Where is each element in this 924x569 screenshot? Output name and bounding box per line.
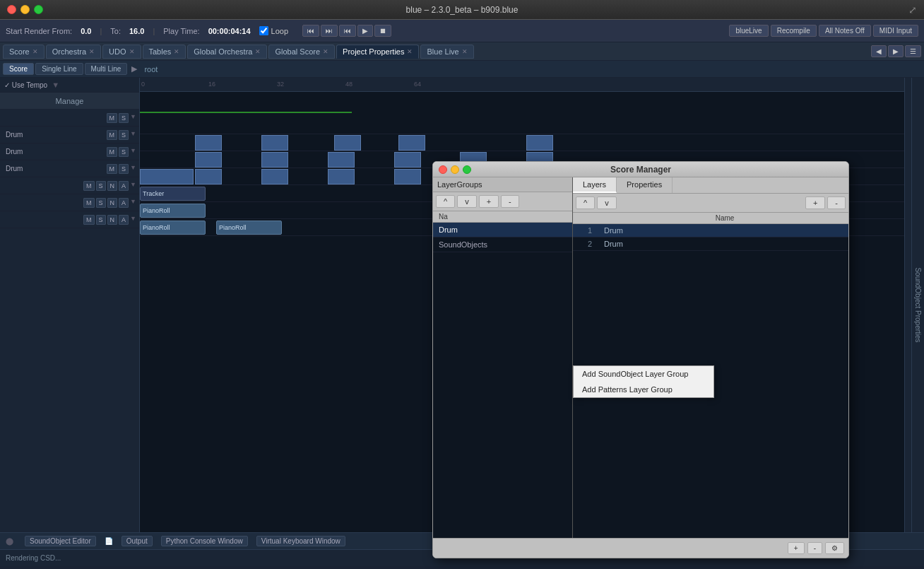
drum3-block-2[interactable]	[261, 169, 288, 184]
layer-row-2[interactable]: 2 Drum	[573, 237, 848, 251]
tab-score[interactable]: Score ✕	[3, 45, 45, 59]
drum1-block-2[interactable]	[261, 135, 288, 151]
midi-input-button[interactable]: MIDI Input	[873, 25, 918, 37]
track-arrow-piano0[interactable]: ▼	[130, 181, 136, 191]
vertical-scrollbar[interactable]	[904, 78, 911, 532]
footer-settings-btn[interactable]: ⚙	[825, 542, 844, 554]
play-button[interactable]: ▶	[357, 25, 373, 37]
view-score[interactable]: Score	[3, 63, 34, 75]
track-arrow-drum1[interactable]: ▼	[130, 130, 136, 140]
solo-btn-drum1[interactable]: S	[119, 130, 129, 140]
view-single-line[interactable]: Single Line	[35, 63, 83, 75]
pianoroll1-block[interactable]: PianoRoll	[140, 204, 206, 218]
soundobject-editor-btn[interactable]: SoundObject Editor	[25, 536, 96, 546]
tab-scroll-right[interactable]: ▶	[888, 45, 904, 57]
m-btn-piano1[interactable]: M	[83, 198, 95, 208]
drum3-block-4[interactable]	[394, 169, 421, 184]
drum2-block-2[interactable]	[261, 152, 288, 168]
footer-add-btn[interactable]: +	[788, 542, 805, 554]
tab-menu[interactable]: ☰	[905, 45, 921, 57]
properties-tab[interactable]: Properties	[617, 177, 673, 193]
close-button[interactable]	[7, 5, 16, 14]
lg-add-btn[interactable]: +	[479, 195, 499, 208]
n-btn-piano1[interactable]: N	[107, 198, 118, 208]
tab-blue-live-close[interactable]: ✕	[462, 48, 468, 55]
mute-btn-drum1[interactable]: M	[107, 130, 118, 140]
stop-button[interactable]: ⏹	[374, 25, 391, 37]
layers-add-btn[interactable]: +	[805, 196, 825, 209]
tracker-block[interactable]: Tracker	[140, 187, 206, 201]
s-btn-piano1[interactable]: S	[96, 198, 106, 208]
pianoroll2-block-1[interactable]: PianoRoll	[140, 221, 206, 235]
layer-row-1[interactable]: 1 Drum	[573, 224, 848, 237]
drum1-block-1[interactable]	[195, 135, 222, 151]
rewind2-button[interactable]: ⏮	[339, 25, 356, 37]
minimize-button[interactable]	[20, 5, 30, 14]
loop-checkbox[interactable]	[259, 26, 268, 35]
prev-button[interactable]: ⏭	[321, 25, 338, 37]
layers-tab[interactable]: Layers	[573, 177, 617, 193]
solo-btn-drum2[interactable]: S	[119, 147, 129, 157]
tab-global-score-close[interactable]: ✕	[323, 48, 328, 55]
output-btn[interactable]: Output	[122, 536, 153, 546]
tab-blue-live[interactable]: Blue Live ✕	[420, 45, 473, 59]
drum1-block-5[interactable]	[526, 135, 553, 151]
n-btn-piano0[interactable]: N	[107, 181, 118, 191]
drum2-block-4[interactable]	[394, 152, 421, 168]
solo-btn-0[interactable]: S	[119, 113, 129, 123]
drum1-block-4[interactable]	[398, 135, 425, 151]
use-tempo-label[interactable]: ✓ Use Tempo	[4, 81, 47, 89]
recompile-button[interactable]: Recompile	[771, 25, 817, 37]
tab-project-properties[interactable]: Project Properties ✕	[336, 45, 419, 59]
tab-scroll-left[interactable]: ◀	[871, 45, 887, 57]
footer-remove-btn[interactable]: -	[807, 542, 822, 554]
to-value[interactable]: 16.0	[129, 27, 144, 35]
tab-global-orchestra-close[interactable]: ✕	[255, 48, 261, 55]
tab-tables[interactable]: Tables ✕	[143, 45, 186, 59]
track-arrow-drum3[interactable]: ▼	[130, 164, 136, 174]
tab-orchestra-close[interactable]: ✕	[89, 48, 95, 55]
m-btn-piano0[interactable]: M	[83, 181, 95, 191]
n-btn-piano2[interactable]: N	[107, 215, 118, 225]
modal-minimize-btn[interactable]	[451, 165, 459, 174]
python-console-btn[interactable]: Python Console Window	[161, 536, 248, 546]
pianoroll2-block-2[interactable]: PianoRoll	[216, 221, 282, 235]
a-btn-piano1[interactable]: A	[119, 198, 129, 208]
tab-project-properties-close[interactable]: ✕	[407, 48, 413, 55]
view-multi-line[interactable]: Multi Line	[85, 63, 128, 75]
start-render-value[interactable]: 0.0	[81, 27, 91, 35]
loop-check[interactable]: Loop	[259, 26, 288, 35]
a-btn-piano2[interactable]: A	[119, 215, 129, 225]
lg-down-btn[interactable]: v	[457, 195, 477, 208]
layer-groups-list[interactable]: Drum SoundObjects	[433, 223, 572, 538]
tempo-dropdown-icon[interactable]: ▼	[52, 81, 59, 89]
tab-udo[interactable]: UDO ✕	[102, 45, 141, 59]
modal-close-btn[interactable]	[439, 165, 447, 174]
track-arrow-drum2[interactable]: ▼	[130, 147, 136, 157]
solo-btn-drum3[interactable]: S	[119, 164, 129, 174]
drum3-block-3[interactable]	[328, 169, 355, 184]
layers-up-btn[interactable]: ^	[576, 196, 595, 209]
lg-item-soundobjects[interactable]: SoundObjects	[433, 237, 572, 252]
layers-remove-btn[interactable]: -	[827, 196, 846, 209]
tab-global-score[interactable]: Global Score ✕	[268, 45, 335, 59]
allnotes-button[interactable]: All Notes Off	[819, 25, 871, 37]
s-btn-piano2[interactable]: S	[96, 215, 106, 225]
score-row-drum1[interactable]	[140, 134, 904, 151]
mute-btn-drum2[interactable]: M	[107, 147, 118, 157]
drum2-block-3[interactable]	[328, 152, 355, 168]
tab-score-close[interactable]: ✕	[32, 48, 38, 55]
add-patterns-layer-group[interactable]: Add Patterns Layer Group	[574, 382, 713, 397]
virtual-keyboard-btn[interactable]: Virtual Keyboard Window	[256, 536, 345, 546]
drum3-block-1[interactable]	[195, 169, 222, 184]
layers-down-btn[interactable]: v	[597, 196, 617, 209]
drum1-block-3[interactable]	[334, 135, 361, 151]
tab-global-orchestra[interactable]: Global Orchestra ✕	[187, 45, 267, 59]
s-btn-piano0[interactable]: S	[96, 181, 106, 191]
lg-item-drum[interactable]: Drum	[433, 223, 572, 237]
drum2-block-1[interactable]	[195, 152, 222, 168]
track-arrow-piano1[interactable]: ▼	[130, 198, 136, 208]
bluelive-button[interactable]: blueLive	[729, 25, 768, 37]
mute-btn-0[interactable]: M	[107, 113, 118, 123]
maximize-icon[interactable]: ⤢	[908, 4, 917, 16]
